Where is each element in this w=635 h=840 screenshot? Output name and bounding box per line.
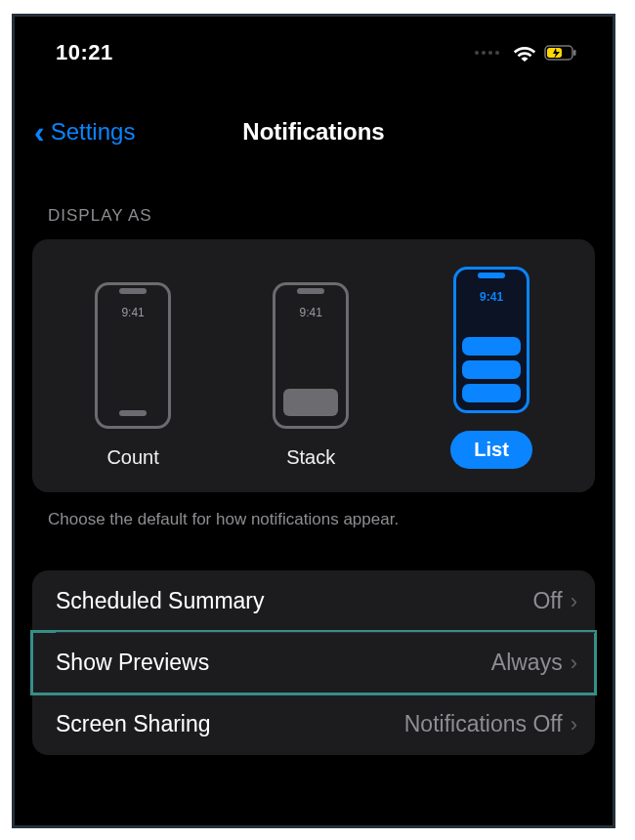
display-as-card: 9:41 Count 9:41 Stack 9:41 List [32,239,595,492]
phone-time: 9:41 [300,306,322,319]
count-indicator-icon [119,410,147,416]
back-button[interactable]: ‹ Settings [34,116,135,147]
cell-scheduled-summary[interactable]: Scheduled Summary Off › [32,570,595,632]
option-label-stack: Stack [286,446,335,469]
cell-show-previews[interactable]: Show Previews Always › [32,632,595,693]
battery-charging-icon [544,44,577,62]
chevron-right-icon: › [571,712,577,737]
display-option-count[interactable]: 9:41 Count [95,282,171,469]
page-dots-icon [475,51,499,55]
phone-notch-icon [478,273,505,278]
cell-value: Off [532,588,562,614]
section-footer-display-as: Choose the default for how notifications… [15,492,613,537]
phone-time: 9:41 [480,290,503,304]
phone-preview-list: 9:41 [453,267,529,413]
display-option-stack[interactable]: 9:41 Stack [273,282,349,469]
cell-value: Always [491,650,563,676]
chevron-right-icon: › [571,651,577,676]
page-title: Notifications [242,118,384,146]
status-time: 10:21 [56,40,113,65]
status-indicators [475,44,577,62]
display-option-list[interactable]: 9:41 List [450,267,532,469]
phone-time: 9:41 [121,306,144,319]
notification-settings-group: Scheduled Summary Off › Show Previews Al… [32,570,595,755]
status-bar: 10:21 [15,17,613,77]
chevron-right-icon: › [571,589,577,614]
phone-preview-stack: 9:41 [273,282,349,429]
back-label: Settings [51,118,136,146]
list-indicator-icon [462,337,521,402]
cell-screen-sharing[interactable]: Screen Sharing Notifications Off › [32,693,595,755]
cell-label: Scheduled Summary [56,588,265,614]
option-label-count: Count [106,446,158,469]
phone-notch-icon [119,288,147,294]
section-header-display-as: DISPLAY AS [15,181,613,239]
wifi-icon [513,44,536,62]
option-label-list: List [450,431,532,469]
nav-header: ‹ Settings Notifications [15,77,613,181]
chevron-left-icon: ‹ [34,116,45,147]
cell-value: Notifications Off [404,711,563,737]
cell-label: Screen Sharing [56,711,211,737]
stack-indicator-icon [283,389,338,416]
svg-rect-2 [573,50,576,56]
cell-label: Show Previews [56,650,209,676]
ios-settings-screen: 10:21 ‹ Settings Notifications DISPLAY A… [12,14,615,828]
phone-preview-count: 9:41 [95,282,171,429]
phone-notch-icon [297,288,324,294]
